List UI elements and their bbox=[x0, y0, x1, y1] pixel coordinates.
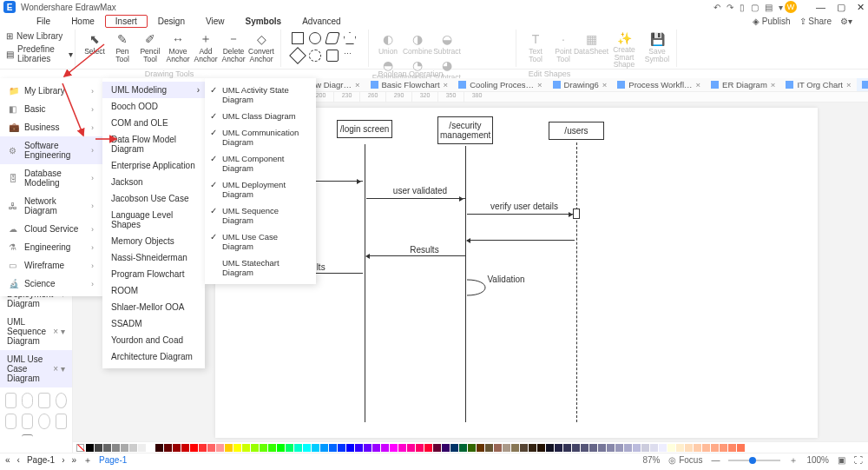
text-tool[interactable]: TText Tool bbox=[522, 30, 549, 67]
doc-tab-6[interactable]: Process Workfl…× bbox=[612, 78, 706, 91]
menu-advanced[interactable]: Advanced bbox=[292, 15, 351, 28]
color-swatch[interactable] bbox=[529, 444, 536, 452]
color-swatch[interactable] bbox=[164, 444, 172, 452]
add-page-icon[interactable]: ＋ bbox=[83, 454, 92, 467]
color-swatch[interactable] bbox=[173, 444, 181, 452]
color-swatch[interactable] bbox=[381, 444, 389, 452]
close-icon[interactable]: ✕ bbox=[857, 2, 865, 12]
color-swatch[interactable] bbox=[477, 444, 484, 452]
color-swatch[interactable] bbox=[233, 444, 241, 452]
nav-prev-icon[interactable]: ‹ bbox=[17, 455, 20, 465]
color-swatch[interactable] bbox=[260, 444, 267, 452]
lib-category-2[interactable]: 💼Business› bbox=[0, 118, 102, 136]
submenu1-item-7[interactable]: Language Level Shapes bbox=[102, 207, 205, 233]
save-symbol-button[interactable]: 💾Save Symbol bbox=[643, 30, 671, 67]
doc-tab-8[interactable]: IT Org Chart× bbox=[780, 78, 856, 91]
doc-tab-9[interactable]: Sequence UM…× bbox=[857, 78, 868, 91]
page-tab[interactable]: Page-1 bbox=[99, 455, 127, 465]
color-swatch[interactable] bbox=[711, 444, 719, 452]
zoom-slider[interactable] bbox=[728, 460, 780, 461]
submenu2-item-7[interactable]: UML Statechart Diagram bbox=[205, 255, 316, 281]
color-swatch[interactable] bbox=[329, 444, 337, 452]
color-swatch[interactable] bbox=[199, 444, 207, 452]
add-anchor-tool[interactable]: ＋Add Anchor bbox=[192, 30, 220, 67]
color-swatch[interactable] bbox=[129, 444, 137, 452]
lib-category-1[interactable]: ◧Basic› bbox=[0, 100, 102, 118]
predefine-libraries-button[interactable]: ▤ Predefine Libraries▾ bbox=[6, 44, 73, 63]
color-swatch[interactable] bbox=[624, 444, 632, 452]
color-swatch[interactable] bbox=[112, 444, 120, 452]
color-swatch[interactable] bbox=[121, 444, 128, 452]
pen-tool[interactable]: ✎Pen Tool bbox=[108, 30, 136, 67]
open-icon[interactable]: ▢ bbox=[751, 3, 759, 12]
color-swatch[interactable] bbox=[468, 444, 476, 452]
lib-category-3[interactable]: ⚙Software Engineering› bbox=[0, 136, 102, 164]
submenu2-item-0[interactable]: UML Activity State Diagram bbox=[205, 82, 316, 108]
color-swatch[interactable] bbox=[459, 444, 467, 452]
submenu1-item-10[interactable]: Program Flowchart bbox=[102, 266, 205, 282]
color-swatch[interactable] bbox=[433, 444, 441, 452]
color-swatch[interactable] bbox=[607, 444, 615, 452]
submenu1-item-8[interactable]: Memory Objects bbox=[102, 233, 205, 249]
lifeline-box-security[interactable]: /security management bbox=[437, 116, 493, 144]
submenu2-item-5[interactable]: UML Sequence Diagram bbox=[205, 202, 316, 228]
color-swatch[interactable] bbox=[494, 444, 502, 452]
doc-icon[interactable]: ▯ bbox=[740, 3, 745, 12]
intersect-button[interactable]: ◔Intersect bbox=[404, 56, 431, 82]
redo-icon[interactable]: ↷ bbox=[727, 3, 733, 12]
doc-tab-4[interactable]: Cooling Proces…× bbox=[453, 78, 547, 91]
color-swatch[interactable] bbox=[147, 444, 155, 452]
color-swatch[interactable] bbox=[303, 444, 311, 452]
focus-button[interactable]: ◎ Focus bbox=[668, 455, 702, 465]
color-swatch[interactable] bbox=[398, 444, 406, 452]
color-swatch[interactable] bbox=[338, 444, 345, 452]
submenu1-item-14[interactable]: Yourdon and Coad bbox=[102, 332, 205, 348]
color-swatch[interactable] bbox=[286, 444, 293, 452]
color-swatch[interactable] bbox=[615, 444, 623, 452]
minimize-icon[interactable]: — bbox=[816, 2, 825, 12]
no-fill-swatch[interactable] bbox=[76, 444, 84, 452]
menu-symbols[interactable]: Symbols bbox=[234, 15, 292, 28]
color-swatch[interactable] bbox=[450, 444, 458, 452]
color-swatch[interactable] bbox=[676, 444, 684, 452]
publish-button[interactable]: ◈ Publish bbox=[753, 17, 791, 26]
color-swatch[interactable] bbox=[251, 444, 259, 452]
menu-view[interactable]: View bbox=[195, 15, 235, 28]
submenu1-item-12[interactable]: Shlaer-Mellor OOA bbox=[102, 299, 205, 315]
combine-button[interactable]: ◑Combine bbox=[404, 30, 431, 56]
color-swatch[interactable] bbox=[442, 444, 450, 452]
maximize-icon[interactable]: ▢ bbox=[837, 2, 845, 12]
nav-next-icon[interactable]: › bbox=[62, 455, 64, 465]
submenu2-item-6[interactable]: UML Use Case Diagram bbox=[205, 228, 316, 255]
submenu1-item-15[interactable]: Architecture Diagram bbox=[102, 348, 205, 365]
color-swatch[interactable] bbox=[364, 444, 372, 452]
submenu1-item-11[interactable]: ROOM bbox=[102, 282, 205, 299]
submenu1-item-5[interactable]: Jackson bbox=[102, 174, 205, 190]
lib-section-3[interactable]: UML Use Case Diagram× ▾ bbox=[0, 350, 72, 387]
submenu2-item-3[interactable]: UML Component Diagram bbox=[205, 150, 316, 176]
color-swatch[interactable] bbox=[242, 444, 250, 452]
settings-icon[interactable]: ⚙▾ bbox=[840, 17, 852, 26]
submenu2-item-2[interactable]: UML Communication Diagram bbox=[205, 124, 316, 150]
lib-category-8[interactable]: ▭Wireframe› bbox=[0, 256, 102, 275]
color-swatch[interactable] bbox=[485, 444, 493, 452]
lib-category-9[interactable]: 🔬Science› bbox=[0, 275, 102, 293]
color-swatch[interactable] bbox=[598, 444, 606, 452]
lifeline-box-login[interactable]: /login screen bbox=[337, 120, 392, 138]
submenu1-item-6[interactable]: Jacobson Use Case bbox=[102, 190, 205, 207]
fullscreen-icon[interactable]: ⛶ bbox=[854, 455, 863, 465]
fragment-button[interactable]: ◓Fragment bbox=[374, 56, 402, 82]
select-tool[interactable]: ⬉Select bbox=[81, 30, 108, 67]
submenu1-item-4[interactable]: Enterprise Application bbox=[102, 157, 205, 174]
color-swatch[interactable] bbox=[407, 444, 415, 452]
color-swatch[interactable] bbox=[737, 444, 745, 452]
color-swatch[interactable] bbox=[511, 444, 519, 452]
color-swatch[interactable] bbox=[277, 444, 285, 452]
color-swatch[interactable] bbox=[537, 444, 545, 452]
submenu1-item-2[interactable]: COM and OLE bbox=[102, 115, 205, 131]
color-swatch[interactable] bbox=[555, 444, 562, 452]
union-button[interactable]: ◐Union bbox=[374, 30, 402, 56]
move-anchor-tool[interactable]: ↔Move Anchor bbox=[164, 30, 192, 67]
submenu2-item-1[interactable]: UML Class Diagram bbox=[205, 108, 316, 124]
color-swatch[interactable] bbox=[320, 444, 328, 452]
